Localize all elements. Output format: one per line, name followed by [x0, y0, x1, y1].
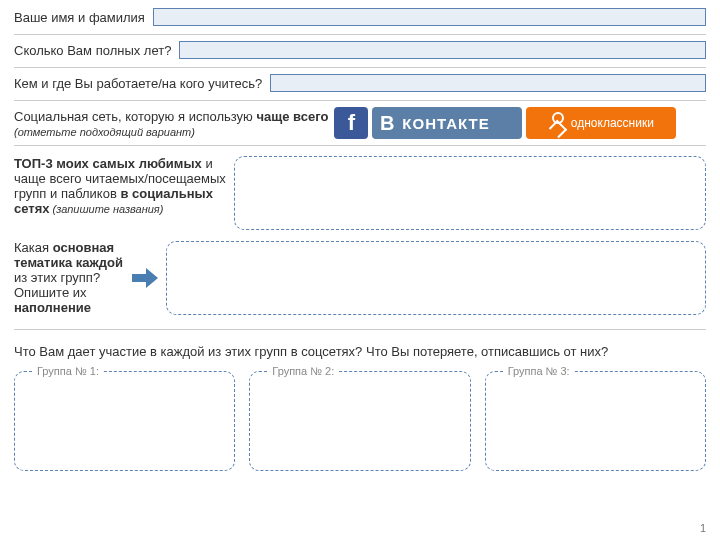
social-hint: (отметьте подходящий вариант): [14, 126, 328, 138]
top3-question: ТОП-3 моих самых любимых и чаще всего чи…: [14, 156, 234, 216]
vk-icon: В: [372, 107, 402, 139]
theme-row: Какая основная тематика каждой из этих г…: [14, 240, 706, 315]
group1-textarea[interactable]: Группа № 1:: [14, 371, 235, 471]
work-input[interactable]: [270, 74, 706, 92]
divider: [14, 145, 706, 146]
ok-label: одноклассники: [571, 116, 654, 130]
divider: [14, 67, 706, 68]
page-number: 1: [700, 522, 706, 534]
top3-textarea[interactable]: [234, 156, 706, 230]
arrow-right-icon: [132, 268, 158, 288]
vk-label: КОНТАКТЕ: [402, 115, 522, 132]
groups-row: Группа № 1: Группа № 2: Группа № 3:: [14, 371, 706, 471]
divider: [14, 34, 706, 35]
group2-textarea[interactable]: Группа № 2:: [249, 371, 470, 471]
vkontakte-badge[interactable]: В КОНТАКТЕ: [372, 107, 522, 139]
facebook-badge[interactable]: f: [334, 107, 368, 139]
svg-marker-0: [132, 268, 158, 288]
divider: [14, 100, 706, 101]
age-input[interactable]: [179, 41, 706, 59]
group2-label: Группа № 2:: [268, 365, 338, 377]
group3-textarea[interactable]: Группа № 3:: [485, 371, 706, 471]
social-row: Социальная сеть, которую я использую чащ…: [14, 107, 706, 139]
age-label: Сколько Вам полных лет?: [14, 43, 179, 58]
groups-question: Что Вам дает участие в каждой из этих гр…: [14, 344, 706, 359]
work-row: Кем и где Вы работаете/на кого учитесь?: [14, 74, 706, 92]
group1-label: Группа № 1:: [33, 365, 103, 377]
top3-row: ТОП-3 моих самых любимых и чаще всего чи…: [14, 156, 706, 230]
theme-question: Какая основная тематика каждой из этих г…: [14, 240, 124, 315]
ok-icon: [549, 112, 565, 134]
age-row: Сколько Вам полных лет?: [14, 41, 706, 59]
name-label: Ваше имя и фамилия: [14, 10, 153, 25]
name-row: Ваше имя и фамилия: [14, 8, 706, 26]
divider: [14, 329, 706, 330]
odnoklassniki-badge[interactable]: одноклассники: [526, 107, 676, 139]
social-badges: f В КОНТАКТЕ одноклассники: [334, 107, 676, 139]
name-input[interactable]: [153, 8, 706, 26]
theme-textarea[interactable]: [166, 241, 706, 315]
social-question: Социальная сеть, которую я использую чащ…: [14, 109, 328, 138]
work-label: Кем и где Вы работаете/на кого учитесь?: [14, 76, 270, 91]
group3-label: Группа № 3:: [504, 365, 574, 377]
